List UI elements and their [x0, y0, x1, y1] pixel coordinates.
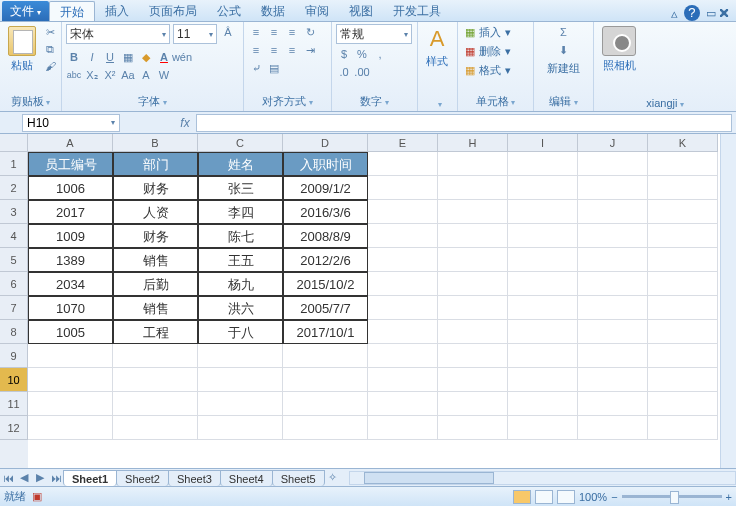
- cell-E10[interactable]: [368, 368, 438, 392]
- cell-E4[interactable]: [368, 224, 438, 248]
- cell-C4[interactable]: 陈七: [198, 224, 283, 248]
- row-header-12[interactable]: 12: [0, 416, 28, 440]
- cell-J11[interactable]: [578, 392, 648, 416]
- copy-icon[interactable]: ⧉: [42, 41, 58, 57]
- help-icon[interactable]: ?: [684, 5, 700, 21]
- camera-button[interactable]: 照相机: [598, 24, 640, 75]
- cell-H2[interactable]: [438, 176, 508, 200]
- cell-B10[interactable]: [113, 368, 198, 392]
- cell-A9[interactable]: [28, 344, 113, 368]
- cell-H5[interactable]: [438, 248, 508, 272]
- cell-E11[interactable]: [368, 392, 438, 416]
- cell-A12[interactable]: [28, 416, 113, 440]
- first-sheet-icon[interactable]: ⏮: [0, 472, 16, 484]
- col-header-E[interactable]: E: [368, 134, 438, 152]
- cell-A1[interactable]: 员工编号: [28, 152, 113, 176]
- cell-H9[interactable]: [438, 344, 508, 368]
- cell-I2[interactable]: [508, 176, 578, 200]
- cell-I5[interactable]: [508, 248, 578, 272]
- fill-color-icon[interactable]: ◆: [138, 49, 154, 65]
- cell-D1[interactable]: 入职时间: [283, 152, 368, 176]
- orientation-icon[interactable]: ↻: [302, 24, 318, 40]
- cell-B9[interactable]: [113, 344, 198, 368]
- cell-B11[interactable]: [113, 392, 198, 416]
- merge-icon[interactable]: ▤: [266, 60, 282, 76]
- inc-dec-icon[interactable]: .0: [336, 64, 352, 80]
- cell-A5[interactable]: 1389: [28, 248, 113, 272]
- row-headers[interactable]: 123456789101112: [0, 152, 28, 468]
- align-top-icon[interactable]: ≡: [248, 24, 264, 40]
- select-all-corner[interactable]: [0, 134, 28, 152]
- formula-input[interactable]: [196, 114, 732, 132]
- currency-icon[interactable]: $: [336, 46, 352, 62]
- horizontal-scrollbar[interactable]: [349, 471, 736, 485]
- cell-B3[interactable]: 人资: [113, 200, 198, 224]
- row-header-5[interactable]: 5: [0, 248, 28, 272]
- cell-H3[interactable]: [438, 200, 508, 224]
- cell-D3[interactable]: 2016/3/6: [283, 200, 368, 224]
- cell-K12[interactable]: [648, 416, 718, 440]
- cell-B5[interactable]: 销售: [113, 248, 198, 272]
- cell-E6[interactable]: [368, 272, 438, 296]
- sheet-tab-Sheet5[interactable]: Sheet5: [272, 470, 325, 486]
- cell-B4[interactable]: 财务: [113, 224, 198, 248]
- cell-H8[interactable]: [438, 320, 508, 344]
- ribbon-tab-3[interactable]: 公式: [207, 1, 251, 21]
- clean-button[interactable]: W: [156, 67, 172, 83]
- row-header-6[interactable]: 6: [0, 272, 28, 296]
- sheet-tab-Sheet3[interactable]: Sheet3: [168, 470, 221, 486]
- cell-J12[interactable]: [578, 416, 648, 440]
- row-header-11[interactable]: 11: [0, 392, 28, 416]
- row-header-3[interactable]: 3: [0, 200, 28, 224]
- dec-dec-icon[interactable]: .00: [354, 64, 370, 80]
- cell-E8[interactable]: [368, 320, 438, 344]
- ribbon-tab-4[interactable]: 数据: [251, 1, 295, 21]
- cell-A7[interactable]: 1070: [28, 296, 113, 320]
- macro-record-icon[interactable]: ▣: [32, 490, 42, 503]
- format-painter-icon[interactable]: 🖌: [42, 58, 58, 74]
- cell-I4[interactable]: [508, 224, 578, 248]
- cell-K1[interactable]: [648, 152, 718, 176]
- cell-I6[interactable]: [508, 272, 578, 296]
- cell-A6[interactable]: 2034: [28, 272, 113, 296]
- cell-K4[interactable]: [648, 224, 718, 248]
- cell-D8[interactable]: 2017/10/1: [283, 320, 368, 344]
- font-size-select[interactable]: 11▾: [173, 24, 217, 44]
- cell-C9[interactable]: [198, 344, 283, 368]
- cell-K3[interactable]: [648, 200, 718, 224]
- decrease-font-icon[interactable]: A: [138, 67, 154, 83]
- sup-button[interactable]: X²: [102, 67, 118, 83]
- row-header-4[interactable]: 4: [0, 224, 28, 248]
- percent-icon[interactable]: %: [354, 46, 370, 62]
- sheet-tab-Sheet4[interactable]: Sheet4: [220, 470, 273, 486]
- next-sheet-icon[interactable]: ▶: [32, 471, 48, 484]
- sum-icon[interactable]: Σ: [556, 24, 572, 40]
- cell-J2[interactable]: [578, 176, 648, 200]
- col-header-C[interactable]: C: [198, 134, 283, 152]
- cell-E9[interactable]: [368, 344, 438, 368]
- cell-I7[interactable]: [508, 296, 578, 320]
- row-header-1[interactable]: 1: [0, 152, 28, 176]
- row-header-2[interactable]: 2: [0, 176, 28, 200]
- cell-K8[interactable]: [648, 320, 718, 344]
- cell-I11[interactable]: [508, 392, 578, 416]
- increase-font-icon[interactable]: Â: [220, 24, 236, 40]
- wrap-icon[interactable]: ⤶: [248, 60, 264, 76]
- cell-D11[interactable]: [283, 392, 368, 416]
- cell-C1[interactable]: 姓名: [198, 152, 283, 176]
- cell-K9[interactable]: [648, 344, 718, 368]
- cell-J3[interactable]: [578, 200, 648, 224]
- cell-C5[interactable]: 王五: [198, 248, 283, 272]
- last-sheet-icon[interactable]: ⏭: [48, 472, 64, 484]
- row-header-8[interactable]: 8: [0, 320, 28, 344]
- fx-button[interactable]: fx: [174, 116, 196, 130]
- cell-I8[interactable]: [508, 320, 578, 344]
- cell-C11[interactable]: [198, 392, 283, 416]
- col-header-H[interactable]: H: [438, 134, 508, 152]
- cell-K10[interactable]: [648, 368, 718, 392]
- paste-button[interactable]: 粘贴: [4, 24, 40, 75]
- col-header-B[interactable]: B: [113, 134, 198, 152]
- page-layout-view-button[interactable]: [535, 490, 553, 504]
- number-format-select[interactable]: 常规▾: [336, 24, 412, 44]
- col-header-A[interactable]: A: [28, 134, 113, 152]
